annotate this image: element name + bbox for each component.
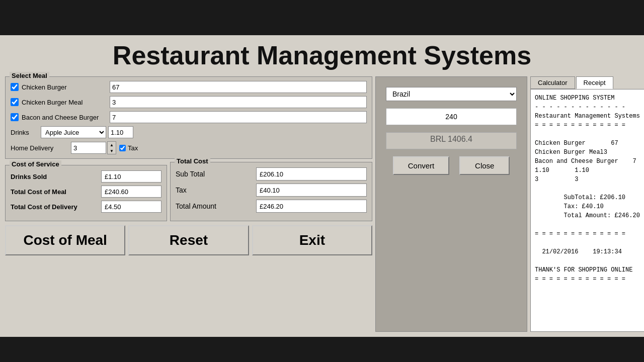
receipt-line-8: Bacon and Cheese Burger 7 <box>535 157 640 166</box>
receipt-line-5 <box>535 130 640 139</box>
total-cost-delivery-label: Total Cost of Delivery <box>11 203 101 211</box>
spinner-up-button[interactable]: ▲ <box>108 142 116 148</box>
currency-converter-panel: Brazil USA France Germany Japan BRL 1406… <box>375 76 527 332</box>
total-amount-value[interactable] <box>256 200 367 213</box>
total-cost-meal-label: Total Cost of Meal <box>11 188 101 196</box>
exit-button[interactable]: Exit <box>252 225 372 255</box>
total-cost-delivery-value[interactable] <box>101 201 162 213</box>
total-amount-label: Total Amount <box>176 202 256 210</box>
receipt-content[interactable]: ONLINE SHOPPING SYSTEM - - - - - - - - -… <box>530 89 644 332</box>
chicken-burger-meal-input[interactable] <box>110 96 367 108</box>
sub-total-row: Sub Total <box>176 167 367 180</box>
tax-amount-label: Tax <box>176 186 256 194</box>
receipt-line-21: = = = = = = = = = = = = = <box>535 275 640 284</box>
tab-bar: Calculator Receipt <box>530 76 644 89</box>
receipt-line-12: SubTotal: £206.10 <box>535 193 640 202</box>
cost-service-title: Cost of Service <box>10 160 61 168</box>
sub-total-label: Sub Total <box>176 170 256 178</box>
spinner-down-button[interactable]: ▼ <box>108 148 116 154</box>
delivery-spinner[interactable]: ▲ ▼ <box>107 141 116 154</box>
chicken-burger-checkbox[interactable] <box>11 83 19 91</box>
tax-checkbox[interactable] <box>119 145 126 151</box>
tax-label: Tax <box>128 144 138 152</box>
receipt-line-2: - - - - - - - - - - - - - <box>535 103 640 112</box>
drinks-row: Drinks Apple Juice Orange Juice Cola Wat… <box>11 126 367 138</box>
bacon-cheese-checkbox[interactable] <box>11 113 19 121</box>
delivery-label: Home Delivery <box>11 144 71 152</box>
sub-total-value[interactable] <box>256 167 367 180</box>
receipt-line-15 <box>535 220 640 229</box>
receipt-line-9: 1.10 1.10 <box>535 166 640 175</box>
total-cost-delivery-row: Total Cost of Delivery <box>11 201 162 213</box>
drinks-sold-value[interactable] <box>101 170 162 183</box>
receipt-line-16: = = = = = = = = = = = = = <box>535 229 640 238</box>
meal-row-chicken-burger-meal: Chicken Burger Meal <box>11 96 367 108</box>
receipt-line-13: Tax: £40.10 <box>535 202 640 211</box>
chicken-burger-input[interactable] <box>110 81 367 93</box>
tax-row: Tax <box>176 184 367 197</box>
receipt-line-10: 3 3 <box>535 175 640 184</box>
convert-button[interactable]: Convert <box>393 156 450 175</box>
tab-receipt[interactable]: Receipt <box>576 76 613 89</box>
total-amount-row: Total Amount <box>176 200 367 213</box>
chicken-burger-meal-label: Chicken Burger Meal <box>22 99 110 106</box>
receipt-line-3: Restaurant Management Systems <box>535 112 640 121</box>
receipt-line-18: 21/02/2016 19:13:34 <box>535 247 640 256</box>
receipt-line-14: Total Amount: £246.20 <box>535 211 640 220</box>
delivery-row: Home Delivery ▲ ▼ Tax <box>11 141 367 154</box>
bacon-cheese-label: Bacon and Cheese Burger <box>22 114 110 121</box>
receipt-line-17 <box>535 238 640 247</box>
chicken-burger-label: Chicken Burger <box>22 83 110 91</box>
total-cost-meal-value[interactable] <box>101 186 162 198</box>
total-cost-title: Total Cost <box>175 157 210 165</box>
drinks-price-input[interactable] <box>108 126 133 138</box>
cost-of-meal-button[interactable]: Cost of Meal <box>5 225 125 255</box>
country-select[interactable]: Brazil USA France Germany Japan <box>386 87 517 101</box>
select-meal-title: Select Meal <box>10 72 49 79</box>
receipt-line-4: = = = = = = = = = = = = = <box>535 121 640 130</box>
receipt-line-6: Chicken Burger 67 <box>535 139 640 148</box>
currency-result: BRL 1406.4 <box>386 132 517 149</box>
receipt-line-19 <box>535 256 640 265</box>
drinks-select[interactable]: Apple Juice Orange Juice Cola Water <box>41 126 106 138</box>
tax-amount-value[interactable] <box>256 184 367 197</box>
meal-row-chicken-burger: Chicken Burger <box>11 81 367 93</box>
tab-calculator[interactable]: Calculator <box>530 76 575 89</box>
drinks-label: Drinks <box>11 129 41 136</box>
bacon-cheese-input[interactable] <box>110 111 367 123</box>
receipt-line-11 <box>535 184 640 193</box>
chicken-burger-meal-checkbox[interactable] <box>11 98 19 106</box>
delivery-input[interactable] <box>71 142 106 154</box>
currency-input[interactable] <box>386 108 517 125</box>
receipt-line-7: Chicken Burger Meal3 <box>535 148 640 157</box>
drinks-sold-row: Drinks Sold <box>11 170 162 183</box>
close-button[interactable]: Close <box>459 156 510 175</box>
receipt-line-20: THANK'S FOR SHOPPING ONLINE <box>535 265 640 275</box>
reset-button[interactable]: Reset <box>128 225 249 255</box>
meal-row-bacon-cheese: Bacon and Cheese Burger <box>11 111 367 123</box>
receipt-line-1: ONLINE SHOPPING SYSTEM <box>535 94 640 103</box>
total-cost-meal-row: Total Cost of Meal <box>11 186 162 198</box>
drinks-sold-label: Drinks Sold <box>11 173 101 180</box>
page-title: Restaurant Management Systems <box>5 35 639 76</box>
